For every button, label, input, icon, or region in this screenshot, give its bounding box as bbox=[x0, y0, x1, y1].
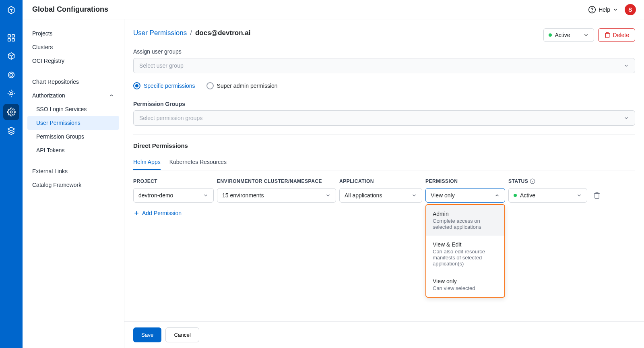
chevron-down-icon bbox=[576, 193, 582, 198]
permission-groups-label: Permission Groups bbox=[133, 101, 635, 107]
radio-specific-permissions[interactable]: Specific permissions bbox=[133, 82, 195, 89]
delete-row-button[interactable] bbox=[590, 192, 603, 199]
save-button[interactable]: Save bbox=[133, 327, 161, 342]
chevron-down-icon bbox=[623, 115, 629, 121]
nav-settings-icon[interactable] bbox=[3, 104, 19, 120]
nav-gear-icon[interactable] bbox=[3, 85, 19, 102]
sidebar-item-external-links[interactable]: External Links bbox=[27, 164, 119, 178]
chevron-down-icon bbox=[325, 193, 331, 198]
permission-option-view-edit[interactable]: View & Edit Can also edit resource manif… bbox=[426, 236, 504, 272]
topbar: Global Configurations Help S bbox=[23, 0, 644, 19]
info-icon bbox=[530, 178, 535, 184]
nav-target-icon[interactable] bbox=[3, 67, 19, 83]
footer: Save Cancel bbox=[124, 321, 644, 348]
add-permission-button[interactable]: Add Permission bbox=[133, 210, 635, 216]
config-sidebar: Projects Clusters OCI Registry Chart Rep… bbox=[23, 19, 124, 348]
sidebar-item-projects[interactable]: Projects bbox=[27, 27, 119, 40]
user-avatar[interactable]: S bbox=[625, 4, 636, 15]
delete-button[interactable]: Delete bbox=[598, 28, 635, 42]
svg-point-5 bbox=[10, 73, 12, 76]
chevron-up-icon bbox=[494, 193, 500, 198]
permission-dropdown: Admin Complete access on selected applic… bbox=[425, 204, 505, 298]
radio-super-admin[interactable]: Super admin permission bbox=[206, 82, 278, 89]
col-environment: ENVIRONMENTOR CLUSTER/NAMESPACE bbox=[217, 178, 336, 184]
chevron-down-icon bbox=[623, 63, 629, 68]
col-status: STATUS bbox=[508, 178, 587, 184]
assign-groups-select[interactable]: Select user group bbox=[133, 58, 635, 73]
chevron-down-icon bbox=[613, 7, 618, 12]
sidebar-item-api-tokens[interactable]: API Tokens bbox=[27, 143, 119, 157]
col-permission: PERMISSION bbox=[425, 178, 505, 184]
sidebar-item-sso[interactable]: SSO Login Services bbox=[27, 102, 119, 116]
svg-rect-0 bbox=[8, 35, 10, 37]
sidebar-item-user-permissions[interactable]: User Permissions bbox=[27, 116, 119, 130]
permission-option-admin[interactable]: Admin Complete access on selected applic… bbox=[426, 205, 504, 236]
tab-helm-apps[interactable]: Helm Apps bbox=[133, 155, 161, 170]
application-select[interactable]: All applications bbox=[339, 188, 422, 203]
svg-rect-2 bbox=[8, 39, 10, 41]
permission-row: devtron-demo 15 environments All applica… bbox=[133, 188, 635, 203]
brand-logo bbox=[5, 4, 17, 16]
page-title: Global Configurations bbox=[32, 5, 108, 14]
tab-k8s-resources[interactable]: Kubernetes Resources bbox=[169, 155, 227, 170]
nav-layers-icon[interactable] bbox=[3, 122, 19, 139]
chevron-up-icon bbox=[109, 93, 114, 98]
assign-groups-label: Assign user groups bbox=[133, 48, 635, 55]
svg-rect-1 bbox=[12, 35, 14, 37]
svg-point-7 bbox=[10, 111, 12, 113]
trash-icon bbox=[593, 192, 601, 199]
breadcrumb-current: docs@devtron.ai bbox=[195, 29, 251, 37]
direct-permissions-title: Direct Permissions bbox=[133, 142, 635, 149]
sidebar-item-oci[interactable]: OCI Registry bbox=[27, 54, 119, 68]
sidebar-item-clusters[interactable]: Clusters bbox=[27, 40, 119, 54]
user-status-select[interactable]: Active bbox=[543, 28, 594, 42]
svg-rect-3 bbox=[12, 39, 14, 41]
row-status-select[interactable]: Active bbox=[508, 188, 587, 203]
permission-groups-select[interactable]: Select permission groups bbox=[133, 110, 635, 126]
nav-cube-icon[interactable] bbox=[3, 48, 19, 64]
sidebar-item-catalog[interactable]: Catalog Framework bbox=[27, 178, 119, 192]
trash-icon bbox=[604, 32, 611, 38]
environment-select[interactable]: 15 environments bbox=[217, 188, 336, 203]
svg-point-6 bbox=[10, 92, 12, 95]
icon-rail bbox=[0, 0, 23, 348]
breadcrumb-parent[interactable]: User Permissions bbox=[133, 29, 187, 37]
permission-option-view-only[interactable]: View only Can view selected bbox=[426, 272, 504, 297]
help-menu[interactable]: Help bbox=[588, 6, 618, 14]
project-select[interactable]: devtron-demo bbox=[133, 188, 214, 203]
chevron-down-icon bbox=[411, 193, 417, 198]
sidebar-item-authorization[interactable]: Authorization bbox=[27, 89, 119, 102]
nav-apps-icon[interactable] bbox=[3, 30, 19, 46]
svg-point-4 bbox=[8, 72, 14, 78]
chevron-down-icon bbox=[583, 32, 589, 38]
status-dot-icon bbox=[549, 33, 552, 37]
svg-point-9 bbox=[592, 11, 592, 11]
cancel-button[interactable]: Cancel bbox=[165, 327, 199, 342]
col-application: APPLICATION bbox=[339, 178, 422, 184]
sidebar-item-permission-groups[interactable]: Permission Groups bbox=[27, 130, 119, 143]
plus-icon bbox=[133, 210, 140, 216]
col-project: PROJECT bbox=[133, 178, 214, 184]
chevron-down-icon bbox=[203, 193, 208, 198]
sidebar-item-chart-repos[interactable]: Chart Repositories bbox=[27, 75, 119, 89]
permission-select[interactable]: View only bbox=[425, 188, 505, 203]
